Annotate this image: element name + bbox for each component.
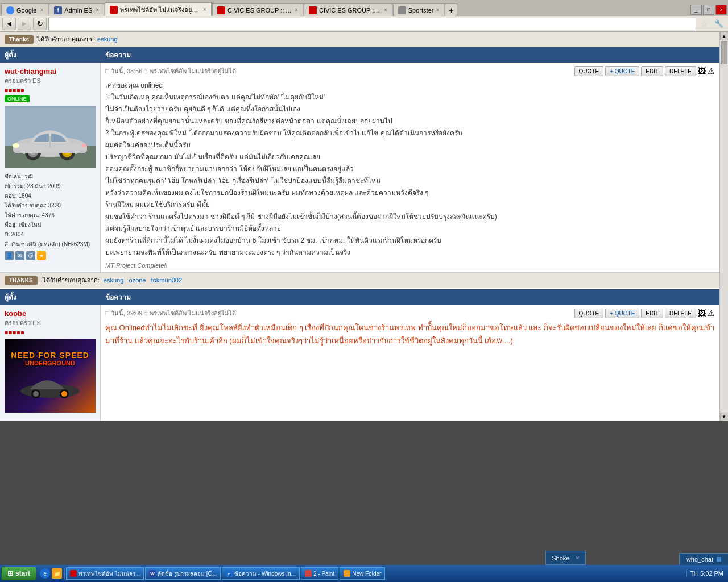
post2-header: ผู้ตั้ง ข้อความ bbox=[0, 289, 719, 305]
post2-header-user: ผู้ตั้ง bbox=[0, 289, 101, 305]
app5-icon bbox=[344, 570, 350, 577]
tab-admin-es[interactable]: f Admin ES × bbox=[49, 3, 104, 16]
post2-action-btns: QUOTE + QUOTE EDIT DELETE 🖼 ⚠ bbox=[574, 309, 715, 318]
post2-rank: ครอบครัว ES bbox=[5, 318, 96, 328]
address-bar[interactable]: www.civicesgroup.com/forum/topic54713-30… bbox=[48, 18, 696, 30]
civic-favicon-3 bbox=[309, 6, 317, 14]
post2-quote-btn[interactable]: QUOTE bbox=[574, 309, 604, 318]
post1-delete-btn[interactable]: DELETE bbox=[665, 66, 696, 76]
post2-delete-btn[interactable]: DELETE bbox=[665, 309, 696, 318]
thanks-user-top[interactable]: eskung bbox=[97, 36, 117, 43]
taskbar-app-4[interactable]: 2 - Paint bbox=[301, 567, 338, 580]
post1-thanks-cell: THANKS ได้รับคำขอบคุณจาก: eskung ozone t… bbox=[0, 273, 719, 288]
minimize-btn[interactable]: _ bbox=[690, 5, 702, 15]
taskbar-app-3[interactable]: e ข้อความ - Windows In... bbox=[222, 567, 300, 580]
post2-edit-btn[interactable]: EDIT bbox=[641, 309, 663, 318]
thanks-text-top: ได้รับคำขอบคุณจาก: bbox=[37, 34, 94, 44]
tab-active-label: พรเทพไซค์อัพ ไม่แน่จริงอยู่ไม่ได้ bbox=[120, 5, 200, 15]
post1-p1: เคสของคุณ onlined bbox=[105, 80, 715, 92]
scroll-up-btn[interactable]: ▲ bbox=[720, 32, 729, 40]
post1-p12: ปล.พยายามจะพิมพ์ให้เป็นกลางนะครับ พยายาม… bbox=[105, 247, 715, 259]
pm-icon[interactable]: ✉ bbox=[15, 251, 24, 260]
close-btn[interactable]: × bbox=[715, 5, 727, 15]
app3-label: ข้อความ - Windows In... bbox=[234, 569, 296, 578]
tab-google[interactable]: Google × bbox=[1, 3, 48, 16]
taskbar-app-1[interactable]: พรเทพไซค์อัพ ไม่แน่จร... bbox=[66, 567, 144, 580]
scrollbar-track[interactable]: ▲ ▼ bbox=[719, 32, 728, 421]
taskbar-ie-icon[interactable]: e bbox=[40, 568, 50, 579]
thanks-ozone[interactable]: ozone bbox=[129, 277, 146, 284]
thanks-tokmun002[interactable]: tokmun002 bbox=[151, 277, 182, 284]
star-icon[interactable]: ☆ bbox=[698, 18, 710, 29]
post1-warn-icon[interactable]: ⚠ bbox=[708, 66, 715, 76]
tab-civic-web[interactable]: CIVIC ES GROUP :: เว็บบอ... × bbox=[304, 3, 392, 16]
tab-close-admin[interactable]: × bbox=[96, 7, 99, 13]
tab-close-google[interactable]: × bbox=[40, 7, 43, 13]
taskbar-apps: พรเทพไซค์อัพ ไม่แน่จร... W ลัดชื่อ รูปกร… bbox=[66, 567, 685, 580]
post1-time-text: วันนี้, 08:56 :: พรเทพไซค์อัพ ไม่แน่จริง… bbox=[111, 68, 236, 74]
tab-sportster[interactable]: Sportster × bbox=[393, 3, 444, 16]
post1-username[interactable]: wut-chiangmai bbox=[5, 67, 96, 76]
post1-p10: แต่ผมรู้สึกสบายใจกว่าเข้าตุนย์ และบรรบาร… bbox=[105, 223, 715, 235]
svg-point-16 bbox=[33, 391, 39, 397]
post1-action-btns: QUOTE + QUOTE EDIT DELETE 🖼 ⚠ bbox=[574, 66, 715, 76]
who-chat-bar[interactable]: who_chat bbox=[679, 553, 728, 565]
post1-edit-btn[interactable]: EDIT bbox=[641, 66, 663, 76]
tab-admin-label: Admin ES bbox=[64, 7, 92, 14]
post1-p7: ตอนคุณตั้งกระทู้ สมาชิกก็พยายามมาบอกกว่า… bbox=[105, 163, 715, 187]
nfs-logo: NEED FOR SPEED bbox=[11, 351, 89, 360]
shoke-close-btn[interactable]: × bbox=[575, 554, 580, 562]
post1-plus-quote-btn[interactable]: + QUOTE bbox=[605, 66, 639, 76]
wrench-icon[interactable]: 🔧 bbox=[712, 19, 726, 28]
post1-rank: ครอบครัว ES bbox=[5, 76, 96, 86]
app4-icon bbox=[305, 570, 312, 577]
scroll-thumb[interactable] bbox=[721, 41, 727, 64]
tab-close-active[interactable]: × bbox=[203, 6, 206, 13]
start-button[interactable]: ⊞ start bbox=[1, 567, 36, 580]
google-favicon bbox=[6, 6, 14, 14]
taskbar-app-5[interactable]: New Folder bbox=[340, 567, 385, 580]
post2-message-cell: □ วันนี้, 09:09 :: พรเทพไซค์อัพ ไม่แน่จร… bbox=[101, 305, 720, 421]
post2-table: ผู้ตั้ง ข้อความ koobe ครอบครัว ES ■■■■■ … bbox=[0, 289, 719, 421]
taskbar-folder-icon[interactable]: 📁 bbox=[52, 568, 62, 579]
civic-favicon-2 bbox=[217, 6, 225, 14]
post1-p8: หวังว่าความคิดเห็นของผม ตงไม่ใช่การปกป้อ… bbox=[105, 187, 715, 199]
post1-message-cell: □ วันนี้, 08:56 :: พรเทพไซค์อัพ ไม่แน่จร… bbox=[101, 63, 720, 273]
email-icon[interactable]: @ bbox=[26, 251, 35, 260]
tab-close-sportster[interactable]: × bbox=[436, 7, 439, 13]
post1-nickname: ชื่อเล่น: วุฒิ bbox=[5, 172, 96, 181]
web-icon[interactable]: ★ bbox=[37, 251, 46, 260]
tab-close-civic-web[interactable]: × bbox=[384, 7, 387, 13]
post2-plus-quote-btn[interactable]: + QUOTE bbox=[605, 309, 639, 318]
post2-content: คุณ Onlinedทำไม่ไม่เลิกชะที่ ยิ่งคุณโพลส… bbox=[105, 322, 715, 348]
tab-close-civic-admin[interactable]: × bbox=[295, 7, 298, 13]
back-btn[interactable]: ◄ bbox=[2, 18, 16, 30]
profile-icon[interactable]: 👤 bbox=[5, 251, 14, 260]
refresh-btn[interactable]: ↻ bbox=[33, 18, 47, 30]
sportster-favicon bbox=[398, 6, 406, 14]
tab-civic-admin[interactable]: CIVIC ES GROUP :: Admin :: × bbox=[212, 3, 303, 16]
tab-civic-web-label: CIVIC ES GROUP :: เว็บบอ... bbox=[319, 5, 382, 15]
post1-quote-btn[interactable]: QUOTE bbox=[574, 66, 604, 76]
civic-favicon-1 bbox=[110, 6, 118, 14]
post1-thanks-users: eskung ozone tokmun002 bbox=[104, 277, 182, 284]
post1-time: □ วันนี้, 08:56 :: พรเทพไซค์อัพ ไม่แน่จร… bbox=[105, 66, 236, 76]
new-tab-btn[interactable]: + bbox=[445, 3, 457, 16]
app5-label: New Folder bbox=[352, 571, 381, 577]
lang-indicator: TH bbox=[690, 571, 698, 577]
post2-warn-icon[interactable]: ⚠ bbox=[708, 309, 715, 318]
post1-color: สี: เงิน ซาตินิ (มหลลัก) (NH-623M) bbox=[5, 239, 96, 249]
thanks-eskung[interactable]: eskung bbox=[104, 277, 123, 284]
post1-joined: เข้าร่วม: 28 มีนา 2009 bbox=[5, 181, 96, 191]
post1-p5: ผมคิดใจแค่สองประเด็นนี้ครับ bbox=[105, 139, 715, 151]
maximize-btn[interactable]: □ bbox=[703, 5, 714, 15]
post2-avatar: NEED FOR SPEED UNDERGROUND bbox=[5, 339, 96, 413]
forward-btn[interactable]: ► bbox=[18, 18, 31, 30]
post2-username[interactable]: koobe bbox=[5, 309, 96, 318]
fb-favicon: f bbox=[54, 6, 62, 14]
svg-point-12 bbox=[81, 144, 87, 147]
taskbar-app-2[interactable]: W ลัดชื่อ รูปกรผลคอม [C... bbox=[145, 567, 221, 580]
nav-bar: ◄ ► ↻ www.civicesgroup.com/forum/topic54… bbox=[0, 16, 728, 32]
tab-active[interactable]: พรเทพไซค์อัพ ไม่แน่จริงอยู่ไม่ได้ × bbox=[105, 2, 212, 16]
scroll-down-btn[interactable]: ▼ bbox=[720, 413, 729, 421]
